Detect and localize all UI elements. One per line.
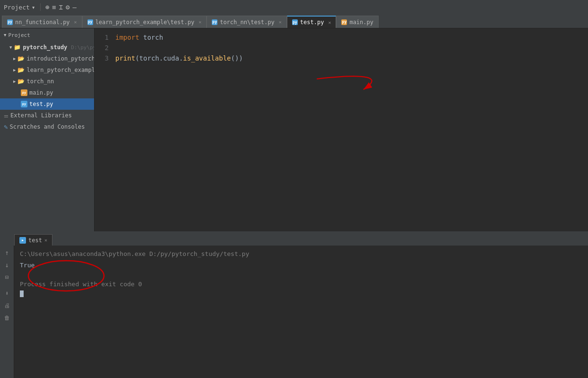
- line-numbers: 1 2 3: [95, 32, 113, 228]
- project-label: Project: [4, 4, 30, 11]
- console-process-line: Process finished with exit code 0: [20, 280, 582, 289]
- scroll-up-button[interactable]: ↑: [2, 247, 12, 258]
- top-bar: Project ▾ ⊕ ≡ ⌶ ⚙ —: [0, 0, 588, 14]
- keyword-print: print: [115, 53, 135, 63]
- tab-label: main.py: [349, 19, 373, 26]
- console-blank-line: [20, 270, 582, 280]
- code-torch: torch: [143, 32, 163, 43]
- console-content-area: ↑ ↓ ⊟ ⬇ 🖨 🗑 C:\Users\asus\anaconda3\pyth…: [0, 246, 588, 378]
- layout-icon[interactable]: ⌶: [59, 3, 63, 11]
- sidebar-item-label: test.py: [29, 101, 53, 107]
- chevron-down-icon: ▼: [4, 33, 6, 37]
- code-line-1: import torch: [115, 32, 588, 43]
- code-space: [139, 32, 143, 43]
- sidebar-item-label: main.py: [29, 89, 53, 96]
- paren-close: ): [239, 53, 242, 63]
- sidebar-item-label: External Libraries: [10, 112, 72, 119]
- top-bar-divider: [40, 3, 41, 11]
- code-cuda: cuda: [163, 53, 179, 63]
- folder-icon: 📂: [17, 67, 25, 73]
- tab-bar: py nn_functional.py ✕ py learn_pytorch_e…: [0, 14, 588, 28]
- bottom-tab-close-icon[interactable]: ✕: [44, 237, 47, 243]
- sidebar-item-learn-pytorch[interactable]: ▶ 📂 learn_pytorch_example: [0, 64, 94, 76]
- console-cursor: [20, 290, 24, 297]
- console-process-text: Process finished with exit code 0: [20, 281, 142, 288]
- code-dot1: .: [159, 53, 163, 63]
- print-button[interactable]: 🖨: [2, 300, 12, 311]
- sidebar-item-label: learn_pytorch_example: [26, 67, 95, 73]
- project-menu[interactable]: Project ▾: [4, 4, 35, 11]
- main-area: ▼ Project ▼ 📁 pytorch_study D:\py\pytorc…: [0, 28, 588, 231]
- tab-test-py[interactable]: py test.py ✕: [287, 16, 337, 28]
- code-content[interactable]: import torch print ( torch . cuda . is_a…: [113, 32, 588, 228]
- tab-label: torch_nn\test.py: [220, 19, 275, 26]
- align-icon[interactable]: ≡: [52, 3, 56, 11]
- tab-label: nn_functional.py: [15, 19, 70, 26]
- project-root-icon: 📁: [14, 44, 21, 51]
- sidebar-header: ▼ Project: [0, 28, 94, 42]
- keyword-import: import: [115, 32, 139, 43]
- sidebar: ▼ Project ▼ 📁 pytorch_study D:\py\pytorc…: [0, 28, 95, 231]
- project-root-label: pytorch_study: [23, 44, 67, 51]
- console-true-line: True: [20, 261, 582, 270]
- sidebar-item-label: torch_nn: [26, 78, 54, 85]
- console-cmd-text: C:\Users\asus\anaconda3\python.exe D:/py…: [20, 250, 249, 257]
- bottom-tab-test[interactable]: ▶ test ✕: [14, 234, 52, 246]
- console-output-true: True: [20, 262, 35, 269]
- tab-learn-torch-test[interactable]: py learn_pytorch_example\test.py ✕: [82, 16, 207, 28]
- crosshair-icon[interactable]: ⊕: [45, 3, 49, 11]
- chevron-right-icon: ▶: [13, 56, 16, 61]
- code-is-available: is_available: [183, 53, 231, 63]
- minimize-icon[interactable]: —: [72, 3, 76, 11]
- console-command-line: C:\Users\asus\anaconda3\python.exe D:/py…: [20, 249, 582, 259]
- sidebar-item-label: Scratches and Consoles: [9, 123, 85, 130]
- sidebar-item-torch-nn[interactable]: ▶ 📂 torch_nn: [0, 76, 94, 87]
- filter-button[interactable]: ⊟: [2, 272, 12, 282]
- py-file-icon: py: [7, 19, 13, 25]
- py-file-icon: py: [212, 19, 217, 25]
- tab-close-icon[interactable]: ✕: [74, 19, 77, 25]
- code-line-3: print ( torch . cuda . is_available ( ) …: [115, 53, 588, 63]
- clear-button[interactable]: 🗑: [2, 313, 12, 323]
- console-cursor-line: [20, 289, 582, 299]
- code-editor[interactable]: 1 2 3 import torch print ( torch .: [95, 28, 588, 231]
- chart-icon: ⚌: [4, 113, 9, 119]
- sidebar-item-introduction-pytorch[interactable]: ▶ 📂 introduction_pytorch: [0, 53, 94, 64]
- project-dropdown-icon: ▾: [32, 4, 35, 11]
- tab-nn-functional[interactable]: py nn_functional.py ✕: [2, 16, 82, 28]
- folder-icon: 📂: [17, 78, 25, 85]
- tab-close-icon[interactable]: ✕: [199, 19, 201, 25]
- tab-torch-nn-test[interactable]: py torch_nn\test.py ✕: [207, 16, 287, 28]
- code-dot2: .: [179, 53, 183, 63]
- chevron-right-icon: ▶: [13, 79, 16, 84]
- chevron-right-icon: ▶: [13, 68, 16, 72]
- py-file-icon: py: [87, 19, 93, 25]
- settings-icon[interactable]: ⚙: [66, 3, 69, 11]
- code-torch-ref: torch: [139, 53, 159, 63]
- sidebar-title: Project: [8, 32, 30, 38]
- scratches-icon: ✎: [4, 123, 8, 131]
- chevron-down-icon: ▼: [9, 45, 12, 50]
- sidebar-item-scratches[interactable]: ✎ Scratches and Consoles: [0, 121, 94, 132]
- bottom-panel: ▶ test ✕ ↑ ↓ ⊟ ⬇ 🖨 🗑 C:\Users\asus\anaco…: [0, 231, 588, 378]
- py-run-icon: ▶: [19, 237, 26, 244]
- bottom-tab-label: test: [28, 237, 42, 244]
- save-output-button[interactable]: ⬇: [2, 288, 12, 299]
- project-root-path: D:\py\pytorch_study: [71, 44, 95, 51]
- folder-icon: 📂: [17, 55, 25, 62]
- tab-close-icon[interactable]: ✕: [279, 19, 282, 25]
- paren-inner-close: ): [235, 53, 239, 63]
- sidebar-item-pytorch-study[interactable]: ▼ 📁 pytorch_study D:\py\pytorch_study: [0, 42, 94, 53]
- tab-main-py[interactable]: py main.py: [336, 16, 379, 28]
- tab-label: learn_pytorch_example\test.py: [95, 19, 195, 26]
- sidebar-item-label: introduction_pytorch: [26, 55, 95, 62]
- py-file-icon: py: [21, 101, 27, 107]
- sidebar-item-main-py[interactable]: py main.py: [0, 87, 94, 98]
- scroll-down-button[interactable]: ↓: [2, 260, 12, 270]
- code-line-2: [115, 43, 588, 53]
- py-file-icon: py: [21, 89, 27, 96]
- sidebar-item-test-py[interactable]: py test.py: [0, 98, 94, 110]
- editor-area: 1 2 3 import torch print ( torch .: [95, 28, 588, 231]
- sidebar-item-external-libraries[interactable]: ⚌ External Libraries: [0, 110, 94, 121]
- tab-close-icon[interactable]: ✕: [328, 20, 331, 25]
